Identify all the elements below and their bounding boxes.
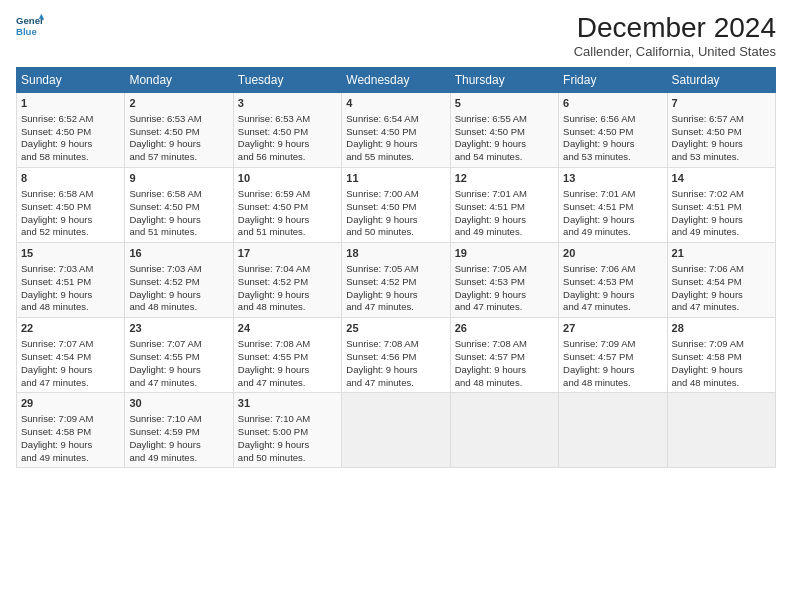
day-info-line: Sunrise: 6:57 AM xyxy=(672,113,771,126)
day-number: 4 xyxy=(346,96,445,111)
day-number: 22 xyxy=(21,321,120,336)
day-info-line: Daylight: 9 hours xyxy=(346,214,445,227)
day-info-line: and 50 minutes. xyxy=(346,226,445,239)
calendar-table: SundayMondayTuesdayWednesdayThursdayFrid… xyxy=(16,67,776,468)
day-info-line: Sunset: 4:59 PM xyxy=(129,426,228,439)
calendar-cell: 18Sunrise: 7:05 AMSunset: 4:52 PMDayligh… xyxy=(342,243,450,318)
day-info-line: Sunrise: 7:09 AM xyxy=(563,338,662,351)
day-number: 12 xyxy=(455,171,554,186)
day-info-line: Sunrise: 6:56 AM xyxy=(563,113,662,126)
day-info-line: Daylight: 9 hours xyxy=(346,364,445,377)
day-info-line: Sunset: 4:55 PM xyxy=(129,351,228,364)
day-info-line: and 50 minutes. xyxy=(238,452,337,465)
calendar-cell: 4Sunrise: 6:54 AMSunset: 4:50 PMDaylight… xyxy=(342,93,450,168)
logo-icon: General Blue xyxy=(16,12,44,40)
main-title: December 2024 xyxy=(574,12,776,44)
day-info-line: Sunset: 4:50 PM xyxy=(238,126,337,139)
day-info-line: Sunset: 4:52 PM xyxy=(238,276,337,289)
calendar-cell: 1Sunrise: 6:52 AMSunset: 4:50 PMDaylight… xyxy=(17,93,125,168)
day-info-line: Sunrise: 7:05 AM xyxy=(346,263,445,276)
calendar-cell: 29Sunrise: 7:09 AMSunset: 4:58 PMDayligh… xyxy=(17,393,125,468)
day-info-line: Sunset: 4:50 PM xyxy=(21,126,120,139)
day-info-line: Daylight: 9 hours xyxy=(455,138,554,151)
day-info-line: and 49 minutes. xyxy=(455,226,554,239)
calendar-cell: 30Sunrise: 7:10 AMSunset: 4:59 PMDayligh… xyxy=(125,393,233,468)
day-info-line: Sunset: 4:53 PM xyxy=(455,276,554,289)
day-number: 9 xyxy=(129,171,228,186)
day-number: 27 xyxy=(563,321,662,336)
weekday-header: Monday xyxy=(125,68,233,93)
day-number: 5 xyxy=(455,96,554,111)
weekday-header: Sunday xyxy=(17,68,125,93)
day-info-line: and 55 minutes. xyxy=(346,151,445,164)
day-number: 7 xyxy=(672,96,771,111)
calendar-cell: 26Sunrise: 7:08 AMSunset: 4:57 PMDayligh… xyxy=(450,318,558,393)
day-info-line: Daylight: 9 hours xyxy=(563,138,662,151)
day-info-line: Daylight: 9 hours xyxy=(21,439,120,452)
day-number: 1 xyxy=(21,96,120,111)
day-info-line: Sunset: 4:51 PM xyxy=(563,201,662,214)
day-info-line: Daylight: 9 hours xyxy=(238,138,337,151)
day-info-line: Sunrise: 7:08 AM xyxy=(346,338,445,351)
day-info-line: Sunset: 4:50 PM xyxy=(346,201,445,214)
day-info-line: Sunset: 5:00 PM xyxy=(238,426,337,439)
day-info-line: Sunset: 4:57 PM xyxy=(455,351,554,364)
day-info-line: Sunset: 4:50 PM xyxy=(672,126,771,139)
day-info-line: and 49 minutes. xyxy=(129,452,228,465)
day-info-line: Sunrise: 6:55 AM xyxy=(455,113,554,126)
day-info-line: Daylight: 9 hours xyxy=(563,214,662,227)
day-info-line: Daylight: 9 hours xyxy=(21,138,120,151)
day-info-line: Daylight: 9 hours xyxy=(129,138,228,151)
calendar-cell: 2Sunrise: 6:53 AMSunset: 4:50 PMDaylight… xyxy=(125,93,233,168)
day-info-line: Daylight: 9 hours xyxy=(346,289,445,302)
day-info-line: Daylight: 9 hours xyxy=(21,214,120,227)
calendar-cell: 19Sunrise: 7:05 AMSunset: 4:53 PMDayligh… xyxy=(450,243,558,318)
page-container: General Blue December 2024 Callender, Ca… xyxy=(0,0,792,476)
day-info-line: Sunrise: 7:01 AM xyxy=(455,188,554,201)
day-info-line: Sunset: 4:58 PM xyxy=(21,426,120,439)
svg-text:General: General xyxy=(16,15,44,26)
day-info-line: and 48 minutes. xyxy=(21,301,120,314)
calendar-cell: 6Sunrise: 6:56 AMSunset: 4:50 PMDaylight… xyxy=(559,93,667,168)
calendar-cell: 10Sunrise: 6:59 AMSunset: 4:50 PMDayligh… xyxy=(233,168,341,243)
day-info-line: and 47 minutes. xyxy=(129,377,228,390)
day-info-line: Sunrise: 7:00 AM xyxy=(346,188,445,201)
calendar-cell: 9Sunrise: 6:58 AMSunset: 4:50 PMDaylight… xyxy=(125,168,233,243)
day-info-line: and 48 minutes. xyxy=(129,301,228,314)
day-number: 14 xyxy=(672,171,771,186)
day-info-line: and 56 minutes. xyxy=(238,151,337,164)
day-number: 15 xyxy=(21,246,120,261)
day-info-line: Sunset: 4:52 PM xyxy=(129,276,228,289)
day-info-line: Sunrise: 7:02 AM xyxy=(672,188,771,201)
day-info-line: Sunset: 4:57 PM xyxy=(563,351,662,364)
day-info-line: Daylight: 9 hours xyxy=(672,214,771,227)
calendar-cell xyxy=(450,393,558,468)
header: General Blue December 2024 Callender, Ca… xyxy=(16,12,776,59)
day-number: 21 xyxy=(672,246,771,261)
day-info-line: Daylight: 9 hours xyxy=(455,214,554,227)
day-info-line: Sunrise: 6:54 AM xyxy=(346,113,445,126)
day-info-line: and 47 minutes. xyxy=(238,377,337,390)
day-number: 3 xyxy=(238,96,337,111)
day-info-line: Sunrise: 7:07 AM xyxy=(129,338,228,351)
day-info-line: Sunset: 4:50 PM xyxy=(563,126,662,139)
day-info-line: Daylight: 9 hours xyxy=(129,364,228,377)
weekday-header: Friday xyxy=(559,68,667,93)
day-info-line: Daylight: 9 hours xyxy=(563,289,662,302)
calendar-week-row: 22Sunrise: 7:07 AMSunset: 4:54 PMDayligh… xyxy=(17,318,776,393)
day-number: 10 xyxy=(238,171,337,186)
calendar-cell: 5Sunrise: 6:55 AMSunset: 4:50 PMDaylight… xyxy=(450,93,558,168)
day-info-line: Sunrise: 6:59 AM xyxy=(238,188,337,201)
day-info-line: Sunset: 4:50 PM xyxy=(238,201,337,214)
day-info-line: Daylight: 9 hours xyxy=(21,289,120,302)
day-info-line: and 47 minutes. xyxy=(346,301,445,314)
day-info-line: Sunrise: 7:10 AM xyxy=(238,413,337,426)
calendar-cell: 27Sunrise: 7:09 AMSunset: 4:57 PMDayligh… xyxy=(559,318,667,393)
day-info-line: and 49 minutes. xyxy=(563,226,662,239)
day-info-line: and 53 minutes. xyxy=(672,151,771,164)
day-info-line: Sunrise: 7:10 AM xyxy=(129,413,228,426)
calendar-cell xyxy=(667,393,775,468)
day-info-line: Sunrise: 7:09 AM xyxy=(21,413,120,426)
calendar-cell: 11Sunrise: 7:00 AMSunset: 4:50 PMDayligh… xyxy=(342,168,450,243)
day-info-line: Sunrise: 7:03 AM xyxy=(129,263,228,276)
